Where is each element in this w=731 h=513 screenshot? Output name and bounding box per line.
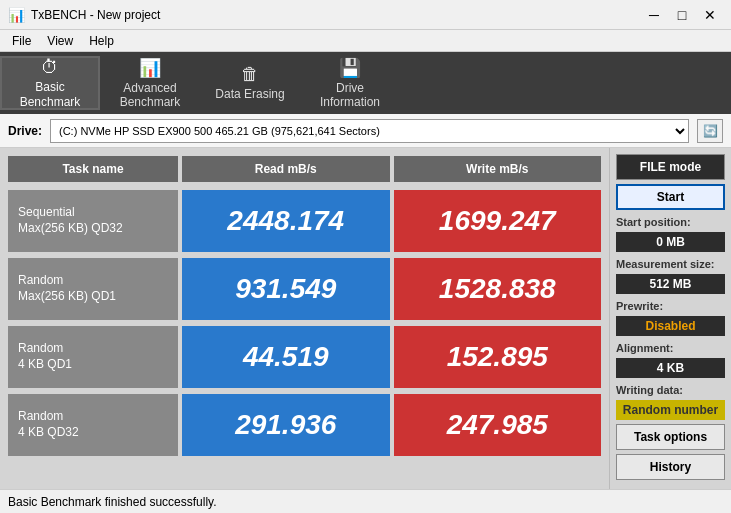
table-row: Random4 KB QD1 44.519 152.895 [8, 326, 601, 388]
toolbar-advanced-benchmark[interactable]: 📊 AdvancedBenchmark [100, 56, 200, 110]
erase-icon: 🗑 [241, 64, 259, 85]
task-options-button[interactable]: Task options [616, 424, 725, 450]
status-text: Basic Benchmark finished successfully. [8, 495, 217, 509]
statusbar: Basic Benchmark finished successfully. [0, 489, 731, 513]
toolbar-advanced-label: AdvancedBenchmark [120, 81, 181, 110]
read-value-random-256: 931.549 [182, 258, 390, 320]
task-name-random-4k-qd32: Random4 KB QD32 [8, 394, 178, 456]
drive-row: Drive: (C:) NVMe HP SSD EX900 500 465.21… [0, 114, 731, 148]
start-button[interactable]: Start [616, 184, 725, 210]
measurement-size-value: 512 MB [616, 274, 725, 294]
task-name-random-256: RandomMax(256 KB) QD1 [8, 258, 178, 320]
write-value-random-4k-qd32: 247.985 [394, 394, 602, 456]
writing-data-value: Random number [616, 400, 725, 420]
col-header-read: Read mB/s [182, 156, 390, 182]
drive-select[interactable]: (C:) NVMe HP SSD EX900 500 465.21 GB (97… [50, 119, 689, 143]
col-header-task: Task name [8, 156, 178, 182]
toolbar-drive-label: DriveInformation [320, 81, 380, 110]
write-value-sequential: 1699.247 [394, 190, 602, 252]
toolbar-basic-label: BasicBenchmark [20, 80, 81, 109]
drive-refresh-button[interactable]: 🔄 [697, 119, 723, 143]
table-row: Random4 KB QD32 291.936 247.985 [8, 394, 601, 456]
close-button[interactable]: ✕ [697, 5, 723, 25]
history-button[interactable]: History [616, 454, 725, 480]
drive-icon: 💾 [339, 57, 361, 79]
drive-label: Drive: [8, 124, 42, 138]
toolbar: ⏱ BasicBenchmark 📊 AdvancedBenchmark 🗑 D… [0, 52, 731, 114]
read-value-random-4k-qd1: 44.519 [182, 326, 390, 388]
toolbar-basic-benchmark[interactable]: ⏱ BasicBenchmark [0, 56, 100, 110]
alignment-label: Alignment: [616, 342, 725, 354]
right-panel: FILE mode Start Start position: 0 MB Mea… [609, 148, 731, 489]
menubar: File View Help [0, 30, 731, 52]
start-position-label: Start position: [616, 216, 725, 228]
minimize-button[interactable]: ─ [641, 5, 667, 25]
bar-chart-icon: 📊 [139, 57, 161, 79]
menu-file[interactable]: File [4, 32, 39, 50]
app-icon: 📊 [8, 7, 25, 23]
alignment-value: 4 KB [616, 358, 725, 378]
task-name-random-4k-qd1: Random4 KB QD1 [8, 326, 178, 388]
maximize-button[interactable]: □ [669, 5, 695, 25]
write-value-random-4k-qd1: 152.895 [394, 326, 602, 388]
read-value-random-4k-qd32: 291.936 [182, 394, 390, 456]
main-content: Task name Read mB/s Write mB/s Sequentia… [0, 148, 731, 489]
table-row: RandomMax(256 KB) QD1 931.549 1528.838 [8, 258, 601, 320]
menu-help[interactable]: Help [81, 32, 122, 50]
titlebar: 📊 TxBENCH - New project ─ □ ✕ [0, 0, 731, 30]
toolbar-drive-information[interactable]: 💾 DriveInformation [300, 56, 400, 110]
benchmark-area: Task name Read mB/s Write mB/s Sequentia… [0, 148, 609, 489]
col-header-write: Write mB/s [394, 156, 602, 182]
prewrite-value: Disabled [616, 316, 725, 336]
window-controls: ─ □ ✕ [641, 5, 723, 25]
table-header: Task name Read mB/s Write mB/s [8, 156, 601, 182]
task-name-sequential: SequentialMax(256 KB) QD32 [8, 190, 178, 252]
start-position-value: 0 MB [616, 232, 725, 252]
measurement-size-label: Measurement size: [616, 258, 725, 270]
table-row: SequentialMax(256 KB) QD32 2448.174 1699… [8, 190, 601, 252]
file-mode-button[interactable]: FILE mode [616, 154, 725, 180]
menu-view[interactable]: View [39, 32, 81, 50]
write-value-random-256: 1528.838 [394, 258, 602, 320]
toolbar-data-erasing[interactable]: 🗑 Data Erasing [200, 56, 300, 110]
prewrite-label: Prewrite: [616, 300, 725, 312]
clock-icon: ⏱ [41, 57, 59, 78]
window-title: TxBENCH - New project [31, 8, 641, 22]
writing-data-label: Writing data: [616, 384, 725, 396]
toolbar-erasing-label: Data Erasing [215, 87, 284, 101]
read-value-sequential: 2448.174 [182, 190, 390, 252]
